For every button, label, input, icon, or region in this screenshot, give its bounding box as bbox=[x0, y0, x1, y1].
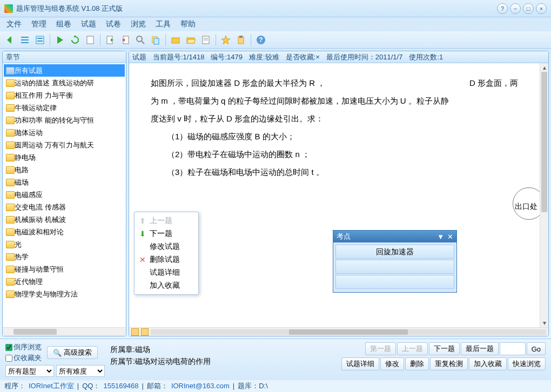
favorites-only-checkbox[interactable]: 仅收藏夹 bbox=[5, 353, 42, 363]
knowledge-point-panel[interactable]: 考点 ▼ ✕ 回旋加速器 bbox=[333, 230, 457, 293]
scroll-up-icon[interactable]: ▴ bbox=[540, 63, 548, 72]
tree-item[interactable]: 电磁波和相对论 bbox=[4, 226, 125, 238]
tree-item[interactable]: 所有试题 bbox=[4, 64, 125, 77]
doc-vscroll[interactable]: ▴ ▾ bbox=[540, 63, 548, 327]
svg-rect-0 bbox=[21, 37, 29, 38]
detail-button[interactable]: 试题详细 bbox=[341, 357, 379, 370]
menu-manage[interactable]: 管理 bbox=[31, 19, 46, 29]
tree-item[interactable]: 运动的描述 直线运动的研 bbox=[4, 77, 125, 89]
difficulty-select[interactable]: 所有难度 bbox=[56, 365, 105, 377]
info-favorite: 是否收藏:× bbox=[286, 51, 320, 63]
back-icon[interactable] bbox=[3, 33, 16, 46]
play-icon[interactable] bbox=[53, 33, 66, 46]
info-last-used: 最后使用时间：2011/1/7 bbox=[326, 51, 403, 63]
advanced-search-button[interactable]: 🔍 高级搜索 bbox=[47, 346, 98, 359]
delete-button[interactable]: 删除 bbox=[405, 357, 429, 370]
email-link[interactable]: IORInet@163.com bbox=[171, 380, 230, 392]
collapse-icon[interactable]: ▼ bbox=[437, 233, 444, 241]
help-button[interactable]: ? bbox=[497, 3, 508, 14]
next-button[interactable]: 下一题 bbox=[429, 342, 460, 355]
scroll-down-icon[interactable]: ▾ bbox=[540, 319, 548, 327]
copy-icon[interactable] bbox=[149, 33, 162, 46]
delete-icon: ✕ bbox=[139, 255, 146, 264]
refresh-icon[interactable] bbox=[69, 33, 82, 46]
ctx-detail[interactable]: 试题详细 bbox=[136, 266, 197, 279]
folder-open-icon[interactable] bbox=[184, 33, 197, 46]
duplicate-check-button[interactable]: 重复检测 bbox=[430, 357, 468, 370]
ctx-edit[interactable]: 修改试题 bbox=[136, 240, 197, 253]
tree-item[interactable]: 近代物理 bbox=[4, 275, 125, 288]
doc-icon[interactable] bbox=[84, 33, 97, 46]
tree-item[interactable]: 电磁感应 bbox=[4, 188, 125, 201]
tree-item[interactable]: 碰撞与动量守恒 bbox=[4, 263, 125, 275]
info-number: 编号:1479 bbox=[211, 51, 243, 63]
doc-list-icon[interactable] bbox=[199, 33, 212, 46]
tree-item[interactable]: 热学 bbox=[4, 251, 125, 263]
ctx-next[interactable]: ⬇下一题 bbox=[136, 227, 197, 240]
maximize-button[interactable]: □ bbox=[523, 3, 534, 14]
menu-question[interactable]: 试题 bbox=[81, 19, 96, 29]
menu-compose[interactable]: 组卷 bbox=[56, 19, 71, 29]
go-button[interactable]: Go bbox=[527, 342, 546, 355]
menu-help[interactable]: 帮助 bbox=[180, 19, 196, 29]
tree-item[interactable]: 物理学史与物理方法 bbox=[4, 288, 125, 300]
svg-rect-2 bbox=[21, 42, 29, 43]
question-type-select[interactable]: 所有题型 bbox=[5, 365, 54, 377]
doc-hscroll[interactable] bbox=[129, 327, 548, 336]
svg-rect-6 bbox=[87, 36, 93, 44]
knowledge-point-item[interactable]: 回旋加速器 bbox=[335, 245, 454, 259]
edit-button[interactable]: 修改 bbox=[380, 357, 404, 370]
float-close-icon[interactable]: ✕ bbox=[447, 233, 453, 241]
help-icon[interactable]: ? bbox=[254, 33, 267, 46]
minimize-button[interactable]: − bbox=[510, 3, 521, 14]
chapter-tree[interactable]: 所有试题运动的描述 直线运动的研相互作用 力与平衡牛顿运动定律功和功率 能的转化… bbox=[3, 63, 126, 327]
search-icon[interactable] bbox=[134, 33, 147, 46]
tree-item[interactable]: 机械振动 机械波 bbox=[4, 213, 125, 226]
menu-tools[interactable]: 工具 bbox=[156, 19, 171, 29]
list2-icon[interactable] bbox=[33, 33, 46, 46]
goto-input[interactable] bbox=[500, 342, 526, 355]
status-bar: 程序：IORInet工作室 | QQ：155169468 | 邮箱：IORIne… bbox=[0, 380, 551, 392]
tree-item[interactable]: 静电场 bbox=[4, 151, 125, 164]
knowledge-point-empty bbox=[335, 275, 454, 289]
prev-button[interactable]: 上一题 bbox=[397, 342, 428, 355]
hscroll-btn1[interactable] bbox=[131, 328, 139, 336]
tree-item[interactable]: 牛顿运动定律 bbox=[4, 102, 125, 114]
last-button[interactable]: 最后一题 bbox=[461, 342, 499, 355]
ctx-favorite[interactable]: 加入收藏 bbox=[136, 279, 197, 292]
ctx-prev[interactable]: ⬆上一题 bbox=[136, 214, 197, 227]
tree-item[interactable]: 圆周运动 万有引力与航天 bbox=[4, 139, 125, 151]
list1-icon[interactable] bbox=[18, 33, 31, 46]
doc-out-icon[interactable] bbox=[119, 33, 132, 46]
clipboard-icon[interactable] bbox=[234, 33, 247, 46]
menu-browse[interactable]: 浏览 bbox=[131, 19, 146, 29]
ctx-delete[interactable]: ✕删除试题 bbox=[136, 253, 197, 266]
author-link[interactable]: IORInet工作室 bbox=[29, 380, 74, 392]
tree-item[interactable]: 相互作用 力与平衡 bbox=[4, 89, 125, 102]
qq-link[interactable]: 155169468 bbox=[103, 380, 138, 392]
tree-item[interactable]: 功和功率 能的转化与守恒 bbox=[4, 114, 125, 126]
reverse-browse-checkbox[interactable]: 倒序浏览 bbox=[5, 342, 42, 352]
tree-item[interactable]: 抛体运动 bbox=[4, 126, 125, 139]
svg-rect-12 bbox=[154, 38, 159, 44]
tree-item[interactable]: 磁场 bbox=[4, 176, 125, 188]
doc-in-icon[interactable] bbox=[104, 33, 117, 46]
svg-rect-19 bbox=[239, 36, 243, 38]
close-button[interactable]: × bbox=[536, 3, 547, 14]
svg-rect-5 bbox=[37, 40, 43, 42]
star-icon[interactable] bbox=[219, 33, 232, 46]
float-title: 考点 bbox=[337, 232, 351, 241]
folder-icon[interactable] bbox=[169, 33, 182, 46]
tree-item[interactable]: 光 bbox=[4, 238, 125, 251]
tree-item[interactable]: 交变电流 传感器 bbox=[4, 201, 125, 213]
window-title: 题库管理与组卷系统 V1.08 正式版 bbox=[16, 4, 495, 13]
add-favorite-button[interactable]: 加入收藏 bbox=[469, 357, 507, 370]
scroll-thumb[interactable] bbox=[541, 72, 547, 212]
menu-paper[interactable]: 试卷 bbox=[106, 19, 121, 29]
tree-item[interactable]: 电路 bbox=[4, 164, 125, 176]
first-button[interactable]: 第一题 bbox=[365, 342, 396, 355]
sidebar-hscroll[interactable] bbox=[3, 327, 126, 336]
menu-file[interactable]: 文件 bbox=[6, 19, 22, 29]
quick-browse-button[interactable]: 快速浏览 bbox=[508, 357, 546, 370]
hscroll-btn2[interactable] bbox=[141, 328, 149, 336]
